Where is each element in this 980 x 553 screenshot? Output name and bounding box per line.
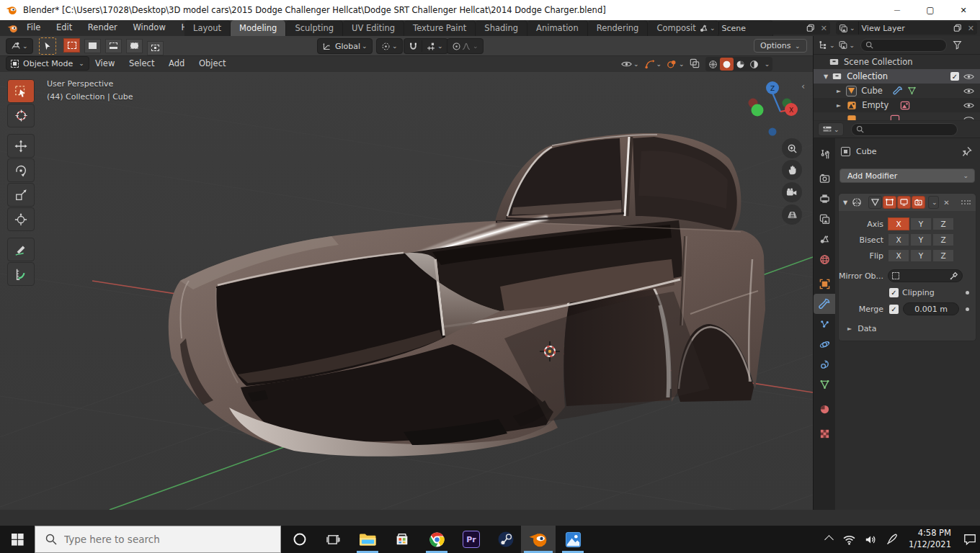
properties-tab-scene[interactable] [814,229,835,249]
close-button[interactable]: ✕ [947,0,980,20]
properties-tab-constraints[interactable] [814,354,835,374]
select-mode-invert-button[interactable] [126,39,143,53]
modifier-render-toggle[interactable] [912,196,925,209]
mirror-axis-z-button[interactable]: Z [932,217,954,230]
menu-render[interactable]: Render [81,20,124,35]
filter-funnel-icon[interactable] [953,40,962,50]
outliner-search-input[interactable] [860,39,947,52]
properties-tab-world[interactable] [814,249,835,269]
eyedropper-icon[interactable] [950,271,958,280]
panel-expand-icon[interactable]: ▼ [843,199,847,206]
view-layer-remove-button[interactable]: ✕ [965,22,977,35]
tool-measure[interactable] [7,262,35,286]
shading-rendered-button[interactable] [747,58,761,71]
zoom-view-button[interactable] [782,138,802,158]
properties-tab-particles[interactable] [814,314,835,334]
shading-material-button[interactable] [734,58,747,71]
outliner-row-partial[interactable] [814,112,980,120]
menu-file[interactable]: File [20,20,47,35]
properties-tab-view-layer[interactable] [814,209,835,229]
tab-uv-editing[interactable]: UV Editing [343,20,404,36]
photos-button[interactable] [556,526,590,553]
viewport-menu-select[interactable]: Select [123,56,160,71]
microsoft-store-button[interactable] [385,526,419,553]
scene-unlink-button[interactable]: ✕ [818,22,830,35]
disclosure-closed-icon[interactable]: ► [837,102,841,109]
viewport-menu-view[interactable]: View [89,56,120,71]
flip-z-button[interactable]: Z [932,249,954,262]
tool-move[interactable] [7,134,35,158]
mirror-axis-y-button[interactable]: Y [910,217,932,230]
snap-magnet-icon[interactable] [409,42,418,51]
tab-texture-paint[interactable]: Texture Paint [404,20,476,36]
view-layer-name[interactable]: View Layer [859,22,950,35]
animate-dot[interactable] [966,291,969,295]
show-gizmo-dropdown[interactable]: ⌄ [644,59,662,69]
blender-taskbar-button[interactable] [521,526,556,553]
eye-icon[interactable] [963,102,974,109]
properties-tab-physics[interactable] [814,334,835,354]
properties-tab-tool[interactable] [814,144,835,164]
add-modifier-button[interactable]: Add Modifier ⌄ [839,168,975,183]
start-button[interactable] [0,526,35,553]
camera-view-button[interactable] [782,182,802,202]
options-dropdown[interactable]: Options ⌄ [754,39,807,53]
proportional-editing-controls[interactable]: ⌄ [447,38,484,54]
show-overlays-dropdown[interactable]: ⌄ [667,59,685,69]
chrome-button[interactable] [419,526,454,553]
mesh-data-icon[interactable] [907,86,917,95]
pivot-point-dropdown[interactable]: ⌄ [376,38,403,54]
select-mode-extend-button[interactable] [84,39,101,53]
modifier-extras-dropdown[interactable]: ⌄ [928,196,939,209]
properties-tab-object-data[interactable] [814,374,835,395]
pan-view-button[interactable] [782,160,802,180]
menu-edit[interactable]: Edit [50,20,79,35]
tab-sculpting[interactable]: Sculpting [286,20,343,36]
collection-checkbox[interactable]: ✓ [950,72,959,81]
visibility-dropdown[interactable]: ⌄ [621,60,639,68]
tool-transform[interactable] [7,207,35,231]
premiere-button[interactable]: Pr [454,526,489,553]
disclosure-closed-icon[interactable]: ► [837,88,841,94]
eye-icon[interactable] [963,73,974,81]
select-mode-new-button[interactable] [63,38,80,53]
outliner-row-scene-collection[interactable]: Scene Collection [814,55,980,69]
properties-tab-texture[interactable] [814,423,835,444]
properties-tab-object[interactable] [814,274,835,294]
drag-handle-icon[interactable] [961,199,971,205]
bisect-z-button[interactable]: Z [932,233,954,246]
tab-animation[interactable]: Animation [527,20,588,36]
properties-tab-modifiers[interactable] [814,294,835,314]
search-input[interactable] [64,534,259,545]
active-tool-indicator[interactable] [39,37,56,55]
properties-tab-render[interactable] [814,168,835,189]
shading-wireframe-button[interactable] [706,58,720,71]
outliner-display-mode-dropdown[interactable]: ⌄ [818,40,835,50]
taskbar-search-box[interactable] [35,526,281,553]
pin-icon[interactable] [962,146,972,157]
properties-display-dropdown[interactable]: ⌄ [818,122,844,136]
transform-orientation-dropdown[interactable]: Global ⌄ [317,38,373,54]
flip-x-button[interactable]: X [888,249,909,262]
tool-cursor[interactable] [7,104,35,127]
modifier-delete-button[interactable]: ✕ [943,199,949,207]
modifier-realtime-toggle[interactable] [897,196,911,209]
scene-name[interactable]: Scene [719,22,803,35]
view-layer-new-button[interactable] [950,22,965,35]
wifi-icon[interactable] [842,534,856,545]
tool-select-box[interactable] [7,79,35,103]
modifier-editmode-toggle[interactable] [883,196,896,209]
properties-tab-material[interactable] [814,399,835,419]
bisect-x-button[interactable]: X [888,233,909,246]
tab-layout[interactable]: Layout [184,20,231,36]
modifier-oncage-toggle[interactable] [868,196,882,209]
volume-icon[interactable] [865,534,878,545]
viewport-menu-add[interactable]: Add [163,56,190,71]
mode-dropdown[interactable]: Object Mode ⌄ [6,56,89,71]
menu-window[interactable]: Window [126,20,172,35]
outliner-row-collection[interactable]: ▼ Collection ✓ [814,69,980,84]
properties-search-input[interactable] [851,123,958,136]
xray-toggle[interactable] [690,58,700,71]
action-center-icon[interactable] [963,533,977,546]
data-subpanel-row[interactable]: ► Data [839,324,976,333]
